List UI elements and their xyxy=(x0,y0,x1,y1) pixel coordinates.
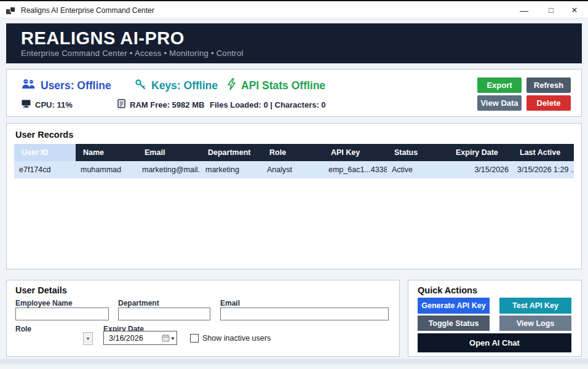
user-records-panel: User Records User ID Name Email Departme… xyxy=(6,123,582,269)
expiry-date-picker[interactable]: 3/16/2026 ▾ xyxy=(103,331,177,345)
app-title: REALIGNS AI-PRO xyxy=(21,28,582,48)
calendar-icon xyxy=(162,334,170,342)
users-status: Users: Offline xyxy=(22,78,111,93)
ram-stat: RAM Free: 5982 MB xyxy=(117,99,204,110)
email-field[interactable] xyxy=(220,308,389,320)
employee-name-label: Employee Name xyxy=(15,299,73,308)
chevron-down-icon: ▾ xyxy=(87,336,89,341)
keys-status: Keys: Offline xyxy=(135,78,218,93)
open-ai-chat-button[interactable]: Open AI Chat xyxy=(418,333,571,352)
users-status-label: Users: Offline xyxy=(41,79,111,92)
generate-api-key-button[interactable]: Generate API Key xyxy=(418,298,490,314)
role-select[interactable]: ▾ xyxy=(83,332,93,345)
quick-actions-panel: Quick Actions Generate API Key Test API … xyxy=(408,280,582,357)
user-records-table[interactable]: User ID Name Email Department Role API K… xyxy=(14,144,574,178)
app-banner: REALIGNS AI-PRO Enterprise Command Cente… xyxy=(6,23,582,63)
files-stat-label: Files Loaded: 0 | Characters: 0 xyxy=(210,100,326,109)
show-inactive-label: Show inactive users xyxy=(202,334,271,343)
chevron-down-icon: ▾ xyxy=(171,335,174,341)
table-row[interactable]: e7f174cd muhammad marketing@mail... mark… xyxy=(14,161,574,178)
cell-department[interactable]: marketing xyxy=(201,161,262,178)
clipboard-icon xyxy=(117,99,125,110)
column-header-role[interactable]: Role xyxy=(262,144,324,161)
column-header-expiry-date[interactable]: Expiry Date xyxy=(448,144,512,161)
column-header-name[interactable]: Name xyxy=(76,144,137,161)
close-button[interactable]: ✕ xyxy=(561,1,588,19)
api-status: API Stats Offline xyxy=(227,78,325,93)
role-label: Role xyxy=(15,325,31,333)
column-header-department[interactable]: Department xyxy=(201,144,262,161)
window-title: Realigns AI Enterprise Command Center xyxy=(21,6,154,15)
cell-name[interactable]: muhammad xyxy=(76,161,137,178)
api-status-label: API Stats Offline xyxy=(241,79,325,92)
app-subtitle: Enterprise Command Center • Access • Mon… xyxy=(21,49,582,58)
delete-button[interactable]: Delete xyxy=(526,95,571,111)
department-label: Department xyxy=(118,299,159,308)
bottom-strip xyxy=(0,359,588,364)
app-icon xyxy=(6,7,16,15)
users-icon xyxy=(22,79,36,92)
employee-name-field[interactable] xyxy=(15,308,109,320)
test-api-key-button[interactable]: Test API Key xyxy=(499,298,571,314)
quick-actions-title: Quick Actions xyxy=(418,285,477,295)
keys-status-label: Keys: Offline xyxy=(151,79,218,92)
cell-role[interactable]: Analyst xyxy=(262,161,324,178)
cell-last-active[interactable]: 3/15/2026 1:29 ... xyxy=(512,161,574,178)
email-label: Email xyxy=(220,299,240,308)
ram-stat-label: RAM Free: 5982 MB xyxy=(130,100,204,109)
minimize-button[interactable]: — xyxy=(511,1,538,19)
status-panel: Users: Offline Keys: Offline API Stats O… xyxy=(6,69,582,117)
show-inactive-checkbox[interactable] xyxy=(190,334,199,343)
key-icon xyxy=(135,79,146,93)
cell-status[interactable]: Active xyxy=(387,161,448,178)
user-details-title: User Details xyxy=(15,285,67,295)
cpu-stat: CPU: 11% xyxy=(22,99,73,110)
monitor-icon xyxy=(22,100,31,109)
cpu-stat-label: CPU: 11% xyxy=(35,100,73,109)
user-details-panel: User Details Employee Name Department Em… xyxy=(6,280,400,357)
column-header-api-key[interactable]: API Key xyxy=(324,144,387,161)
toggle-status-button[interactable]: Toggle Status xyxy=(418,315,490,331)
cell-expiry-date[interactable]: 3/15/2026 xyxy=(448,161,512,178)
export-button[interactable]: Export xyxy=(477,77,522,93)
files-stat: Files Loaded: 0 | Characters: 0 xyxy=(210,99,326,110)
column-header-last-active[interactable]: Last Active xyxy=(512,144,574,161)
cell-user-id[interactable]: e7f174cd xyxy=(14,161,76,178)
view-data-button[interactable]: View Data xyxy=(477,95,522,111)
column-header-status[interactable]: Status xyxy=(387,144,448,161)
view-logs-button[interactable]: View Logs xyxy=(499,315,571,331)
expiry-date-value: 3/16/2026 xyxy=(109,334,162,343)
column-header-user-id[interactable]: User ID xyxy=(14,144,76,161)
lightning-icon xyxy=(227,78,236,93)
cell-api-key[interactable]: emp_6ac1...4338 xyxy=(324,161,387,178)
cell-email[interactable]: marketing@mail... xyxy=(137,161,201,178)
table-header-row[interactable]: User ID Name Email Department Role API K… xyxy=(14,144,574,161)
refresh-button[interactable]: Refresh xyxy=(526,77,571,93)
department-field[interactable] xyxy=(118,308,210,320)
window-titlebar: Realigns AI Enterprise Command Center — … xyxy=(0,0,588,18)
column-header-email[interactable]: Email xyxy=(137,144,201,161)
user-records-title: User Records xyxy=(15,130,73,140)
